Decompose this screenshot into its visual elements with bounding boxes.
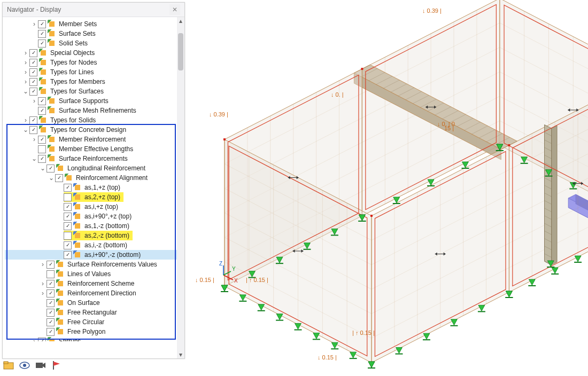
chevron-right-icon[interactable]: ›	[22, 77, 29, 87]
checkbox[interactable]	[47, 309, 55, 317]
tree-row[interactable]: as,i+90°,-z (bottom)	[5, 250, 177, 260]
chevron-right-icon[interactable]: ›	[39, 279, 47, 288]
tree-row[interactable]: Lines of Values	[5, 269, 177, 279]
checkbox[interactable]	[64, 203, 72, 211]
chevron-right-icon[interactable]: ›	[22, 58, 29, 67]
checkbox[interactable]	[38, 136, 46, 144]
chevron-right-icon[interactable]: ›	[22, 115, 29, 125]
chevron-right-icon[interactable]: ›	[30, 336, 38, 346]
chevron-down-icon[interactable]: ⌄	[39, 163, 47, 173]
tree-row[interactable]: as,1,-z (bottom)	[5, 221, 177, 231]
project-icon[interactable]	[3, 360, 14, 371]
tree-row[interactable]: as,i+90°,+z (top)	[5, 212, 177, 221]
checkbox[interactable]	[38, 40, 46, 48]
chevron-down-icon[interactable]: ⌄	[48, 173, 55, 183]
checkbox[interactable]	[38, 107, 46, 115]
tree-row[interactable]: ⌄Surface Reinforcements	[5, 154, 177, 163]
tree-row[interactable]: On Surface	[5, 298, 177, 308]
tree-row[interactable]: ⌄Reinforcement Alignment	[5, 173, 177, 183]
eye-icon[interactable]	[19, 360, 30, 371]
close-icon[interactable]: ✕	[169, 4, 180, 15]
checkbox[interactable]	[47, 280, 55, 288]
pencil-icon	[48, 29, 56, 38]
tree-row[interactable]: Free Circular	[5, 317, 177, 327]
tree-row[interactable]: ⌄Types for Concrete Design	[5, 125, 177, 135]
chevron-right-icon[interactable]: ›	[30, 135, 38, 144]
checkbox[interactable]	[38, 97, 46, 105]
scroll-down-icon[interactable]: ▾	[177, 351, 184, 358]
checkbox[interactable]	[29, 68, 37, 76]
tree-row[interactable]: as,i,+z (top)	[5, 202, 177, 212]
tree-row[interactable]: ›Stirrups	[5, 336, 177, 346]
tree-row[interactable]: ⌄Longitudinal Reinforcement	[5, 163, 177, 173]
checkbox[interactable]	[38, 145, 46, 153]
tree-row[interactable]: Free Rectangular	[5, 308, 177, 317]
camera-icon[interactable]	[35, 360, 46, 371]
checkbox[interactable]	[29, 126, 37, 134]
chevron-right-icon[interactable]: ›	[39, 260, 47, 269]
pencil-icon	[56, 270, 65, 278]
tree-row[interactable]: Surface Mesh Refinements	[5, 106, 177, 115]
tree-row[interactable]: ›Types for Nodes	[5, 58, 177, 67]
chevron-right-icon[interactable]: ›	[39, 288, 47, 298]
tree-row[interactable]: Free Polygon	[5, 327, 177, 336]
chevron-down-icon[interactable]: ⌄	[22, 125, 29, 135]
tree-row[interactable]: as,1,+z (top)	[5, 183, 177, 192]
tree-row[interactable]: ›Member Sets	[5, 19, 177, 29]
checkbox[interactable]	[29, 116, 37, 124]
checkbox[interactable]	[64, 213, 72, 221]
tree-row[interactable]: ›Types for Members	[5, 77, 177, 87]
tree-row[interactable]: as,i,-z (bottom)	[5, 240, 177, 250]
checkbox[interactable]	[47, 270, 55, 278]
pencil-icon	[73, 241, 82, 249]
checkbox[interactable]	[38, 20, 46, 28]
tree-row[interactable]: ›Reinforcement Direction	[5, 288, 177, 298]
checkbox[interactable]	[64, 241, 72, 249]
tree-row[interactable]: as,2,+z (top)	[5, 192, 177, 202]
checkbox[interactable]	[47, 261, 55, 269]
scrollbar-vertical[interactable]: ▴ ▾	[177, 17, 184, 358]
checkbox[interactable]	[64, 184, 72, 192]
flag-icon[interactable]	[51, 360, 62, 371]
chevron-right-icon[interactable]: ›	[22, 48, 29, 58]
tree-row[interactable]: ›Special Objects	[5, 48, 177, 58]
checkbox[interactable]	[47, 318, 55, 326]
chevron-right-icon[interactable]: ›	[30, 19, 38, 29]
tree-row[interactable]: Surface Sets	[5, 29, 177, 38]
checkbox[interactable]	[64, 251, 72, 259]
tree-label: as,i+90°,+z (top)	[84, 213, 131, 220]
tree-row[interactable]: Member Effective Lengths	[5, 144, 177, 154]
checkbox[interactable]	[47, 299, 55, 307]
checkbox[interactable]	[29, 59, 37, 67]
chevron-right-icon[interactable]: ›	[30, 96, 38, 106]
tree-row[interactable]: Solid Sets	[5, 38, 177, 48]
checkbox[interactable]	[29, 49, 37, 57]
tree-row[interactable]: as,2,-z (bottom)	[5, 231, 177, 240]
checkbox[interactable]	[64, 222, 72, 230]
tree-row[interactable]: ›Surface Reinforcements Values	[5, 260, 177, 269]
checkbox[interactable]	[47, 328, 55, 336]
chevron-right-icon[interactable]: ›	[22, 67, 29, 77]
tree-row[interactable]: ›Types for Solids	[5, 115, 177, 125]
checkbox[interactable]	[38, 30, 46, 38]
checkbox[interactable]	[38, 155, 46, 163]
scroll-thumb[interactable]	[178, 33, 183, 70]
checkbox[interactable]	[29, 78, 37, 86]
checkbox[interactable]	[55, 174, 63, 182]
checkbox[interactable]	[38, 338, 46, 346]
viewport-3d[interactable]: ZXY↓ 0.39 |↓ 0. |↓ 0.39 |↓ 0. | 015 |↓ 0…	[186, 0, 588, 376]
tree-row[interactable]: ›Reinforcement Scheme	[5, 279, 177, 288]
tree-row[interactable]: ›Member Reinforcement	[5, 135, 177, 144]
chevron-down-icon[interactable]: ⌄	[30, 154, 38, 163]
checkbox[interactable]	[47, 164, 55, 173]
checkbox[interactable]	[47, 289, 55, 297]
svg-marker-216	[575, 256, 581, 262]
tree-row[interactable]: ›Surface Supports	[5, 96, 177, 106]
checkbox[interactable]	[29, 88, 37, 96]
checkbox[interactable]	[64, 193, 72, 201]
scroll-up-icon[interactable]: ▴	[177, 17, 184, 25]
checkbox[interactable]	[64, 232, 72, 240]
chevron-down-icon[interactable]: ⌄	[22, 87, 29, 96]
tree-row[interactable]: ⌄Types for Surfaces	[5, 87, 177, 96]
tree-row[interactable]: ›Types for Lines	[5, 67, 177, 77]
